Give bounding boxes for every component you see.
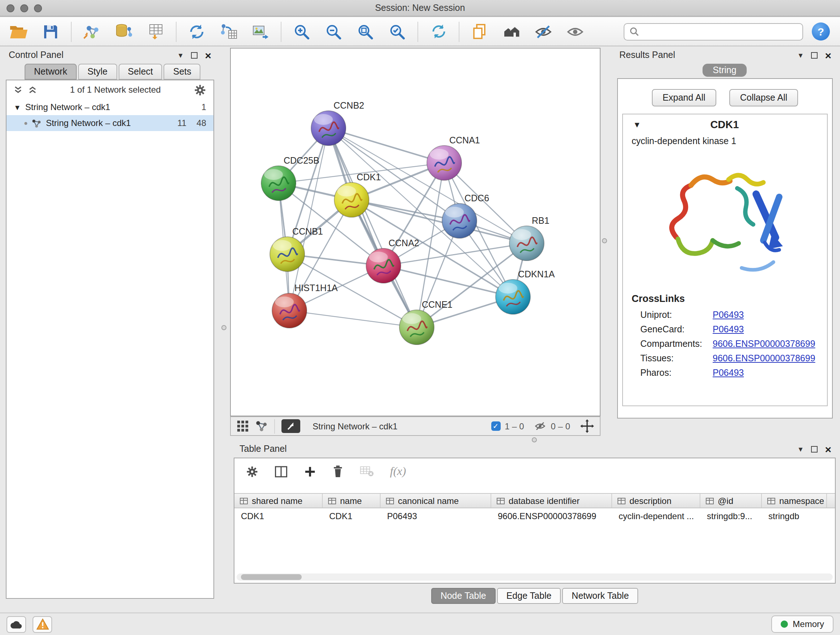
expand-all-icon[interactable] [14,86,22,94]
tab-node-table[interactable]: Node Table [431,588,496,604]
zoom-selected-button[interactable] [386,20,409,43]
open-file-button[interactable] [7,20,30,43]
control-panel-menu-icon[interactable]: ▾ [178,50,182,60]
table-panel-close-icon[interactable]: × [825,443,831,454]
search-box [624,23,803,40]
edge-ccnb2-ccne1[interactable] [328,128,417,327]
node-label: CCNB2 [333,100,364,111]
splitter-handle[interactable] [602,238,607,243]
network-node-hist1h1a[interactable]: HIST1H1A [272,283,338,328]
crosslink-link[interactable]: P06493 [713,368,744,378]
warnings-button[interactable] [33,616,52,632]
column-header-shared-name[interactable]: shared name [234,494,323,508]
network-canvas[interactable]: CCNB2CCNA1CDC25BCDK1CDC6RB1CCNB1CCNA2CDK… [230,48,600,416]
results-panel-menu-icon[interactable]: ▾ [798,50,802,60]
network-node-rb1[interactable]: RB1 [509,215,549,261]
show-eye-icon [567,23,584,40]
import-network-file-button[interactable] [80,20,103,43]
search-input[interactable] [643,27,797,36]
network-graph[interactable]: CCNB2CCNA1CDC25BCDK1CDC6RB1CCNB1CCNA2CDK… [231,49,600,416]
network-node-ccnb2[interactable]: CCNB2 [311,100,364,146]
crosslink-link[interactable]: P06493 [713,310,744,320]
splitter-handle[interactable] [221,325,226,330]
tab-sets[interactable]: Sets [164,64,201,80]
network-node-ccna1[interactable]: CCNA1 [427,135,480,180]
network-node-cdkn1a[interactable]: CDKN1A [496,269,555,314]
gear-icon[interactable] [194,84,206,96]
tab-network[interactable]: Network [25,64,77,80]
show-columns-icon[interactable] [274,465,288,478]
column-header-name[interactable]: name [323,494,381,508]
apply-layout-button[interactable] [185,20,208,43]
crosslink-link[interactable]: 9606.ENSP00000378699 [713,339,815,349]
network-node-cdc25b[interactable]: CDC25B [261,155,319,201]
collapse-all-button[interactable]: Collapse All [729,89,798,106]
crosslink-link[interactable]: 9606.ENSP00000378699 [713,353,815,363]
pan-crosshair-icon[interactable] [580,419,594,433]
delete-column-icon[interactable] [332,465,344,478]
network-to-table-button[interactable] [217,20,240,43]
birds-eye-view-button[interactable] [281,419,300,433]
toolbar-separator [417,21,418,42]
zoom-out-button[interactable] [322,20,345,43]
import-network-database-button[interactable] [112,20,135,43]
refresh-button[interactable] [427,20,450,43]
tab-network-table[interactable]: Network Table [562,588,638,604]
hidden-eye-icon[interactable] [534,421,546,432]
gene-section-expander-icon[interactable]: ▼ [633,120,641,129]
home-button[interactable] [500,20,523,43]
tree-expander-icon[interactable]: ▼ [14,103,21,111]
hide-selected-button[interactable] [532,20,555,43]
tab-style[interactable]: Style [78,64,117,80]
column-header-database-identifier[interactable]: database identifier [491,494,612,508]
network-collection-row[interactable]: ▼ String Network – cdk1 1 [6,99,213,115]
results-panel-close-icon[interactable]: × [825,50,831,60]
copy-documents-button[interactable] [468,20,491,43]
column-header-id[interactable]: @id [700,494,762,508]
expand-all-button[interactable]: Expand All [652,89,716,106]
scrollbar-thumb[interactable] [241,574,302,580]
tab-edge-table[interactable]: Edge Table [497,588,561,604]
network-view-icon[interactable] [256,420,268,432]
table-panel-float-icon[interactable] [811,446,818,452]
table-panel-menu-icon[interactable]: ▾ [798,444,802,454]
cloud-button[interactable] [6,616,26,632]
network-node-cdk1[interactable]: CDK1 [334,172,381,217]
column-header-namespace[interactable]: namespace [762,494,827,508]
function-builder-button[interactable]: f(x) [390,465,406,478]
crosslink-link[interactable]: P06493 [713,325,744,334]
control-panel-close-icon[interactable]: × [205,50,211,60]
memory-button[interactable]: Memory [771,616,834,633]
grid-view-icon[interactable] [237,420,249,432]
column-header-description[interactable]: description [612,494,700,508]
save-session-button[interactable] [39,20,62,43]
add-column-icon[interactable] [304,465,316,478]
splitter-handle[interactable] [532,437,537,442]
help-button[interactable]: ? [812,22,830,41]
table-settings-gear-icon[interactable] [246,465,258,478]
collapse-all-icon[interactable] [28,86,37,94]
edge-count: 48 [196,118,206,128]
column-header-canonical-name[interactable]: canonical name [381,494,491,508]
window-title: Session: New Session [0,0,840,17]
selected-checkbox-icon[interactable]: ✓ [491,421,500,431]
zoom-in-button[interactable] [290,20,313,43]
show-all-button[interactable] [564,20,587,43]
string-tab-badge[interactable]: String [703,64,746,77]
table-horizontal-scrollbar[interactable] [237,573,833,581]
memory-label: Memory [793,619,824,629]
network-row[interactable]: ● String Network – cdk1 11 48 [6,115,213,131]
control-panel-float-icon[interactable] [191,52,197,58]
table-row[interactable]: CDK1CDK1P064939606.ENSP00000378699cyclin… [234,508,835,524]
network-node-cdc6[interactable]: CDC6 [442,193,489,238]
export-image-button[interactable] [249,20,272,43]
results-panel-float-icon[interactable] [811,52,818,58]
tab-select[interactable]: Select [118,64,163,80]
network-to-table-icon [220,23,237,40]
zoom-fit-button[interactable] [354,20,377,43]
edge-ccnb2-ccna1[interactable] [328,128,444,163]
edge-ccna2-cdkn1a[interactable] [384,266,513,297]
import-table-button[interactable] [144,20,167,43]
zoom-out-icon [325,23,342,40]
edge-hist1h1a-ccne1[interactable] [289,310,417,327]
